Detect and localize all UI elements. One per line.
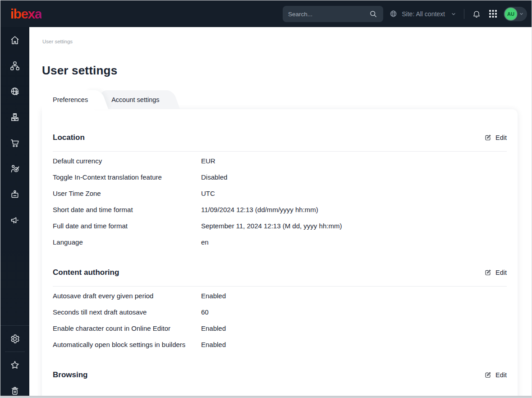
settings-row: Full date and time formatSeptember 11, 2…	[53, 218, 507, 234]
section-title: Content authoring	[53, 268, 119, 278]
settings-row: Autosave draft every given periodEnabled	[53, 288, 507, 304]
tab-label: Account settings	[111, 96, 159, 103]
tab-label: Preferences	[53, 96, 88, 103]
cart-icon	[9, 138, 20, 148]
sidebar-item-people[interactable]	[0, 181, 29, 207]
edit-content-authoring-button[interactable]: Edit	[484, 268, 507, 277]
row-value: September 11, 2024 12:13 (M dd, yyyy hh:…	[201, 222, 342, 231]
page-title: User settings	[42, 63, 532, 78]
row-label: Language	[53, 238, 201, 247]
topbar-right-controls: Site: All context AU	[389, 0, 527, 27]
row-value: UTC	[201, 189, 215, 198]
settings-row: Default currencyEUR	[53, 153, 507, 169]
row-label: Seconds till next draft autosave	[53, 308, 201, 317]
row-label: Enable character count in Online Editor	[53, 324, 201, 333]
edit-label: Edit	[495, 134, 507, 141]
row-value: Enabled	[201, 324, 226, 333]
edit-icon	[484, 134, 492, 142]
section-browsing: Browsing Edit	[53, 370, 507, 380]
main-sidebar	[0, 27, 29, 396]
row-value: Enabled	[201, 340, 226, 349]
sidebar-bottom-group	[0, 325, 29, 396]
products-icon	[9, 112, 20, 123]
avatar: AU	[505, 8, 517, 20]
breadcrumb: User settings	[42, 39, 532, 44]
megaphone-icon	[9, 215, 20, 226]
sidebar-item-bookmarks[interactable]	[0, 352, 29, 378]
chevron-down-icon	[519, 11, 524, 16]
settings-row: Toggle In-Context translation featureDis…	[53, 169, 507, 185]
section-location: Location Edit Default currencyEUR Toggl	[53, 133, 507, 250]
section-title: Location	[53, 133, 85, 143]
tab-bar: Preferences Account settings	[42, 90, 532, 109]
sidebar-item-marketing[interactable]	[0, 207, 29, 233]
edit-browsing-button[interactable]: Edit	[484, 371, 507, 379]
badge-icon	[9, 189, 20, 200]
row-value: Enabled	[201, 292, 226, 301]
sidebar-item-settings[interactable]	[0, 326, 29, 352]
ibexa-logo[interactable]: ibexa	[10, 6, 41, 22]
row-label: Full date and time format	[53, 222, 201, 231]
row-value: en	[201, 238, 209, 247]
row-label: Default currency	[53, 157, 201, 166]
user-menu[interactable]: AU	[504, 7, 527, 21]
tab-preferences[interactable]: Preferences	[42, 90, 92, 109]
main-content: User settings User settings Preferences …	[29, 27, 532, 396]
row-value: 11/09/2024 12:13 (dd/mm/yyyy hh:mm)	[201, 205, 318, 214]
sidebar-item-dashboard[interactable]	[0, 27, 29, 53]
app-window: ibexa Site: All context	[0, 0, 532, 398]
row-label: User Time Zone	[53, 189, 201, 198]
sidebar-item-commerce[interactable]	[0, 130, 29, 156]
edit-icon	[484, 268, 492, 277]
site-context-selector[interactable]: Site: All context	[389, 9, 456, 18]
window-bottom-edge	[0, 396, 532, 398]
bell-icon	[472, 9, 481, 19]
row-label: Short date and time format	[53, 205, 201, 214]
row-value: EUR	[201, 157, 216, 166]
top-bar: ibexa Site: All context	[0, 0, 532, 27]
home-icon	[9, 35, 20, 46]
edit-label: Edit	[495, 269, 507, 276]
row-value: 60	[201, 308, 209, 317]
preferences-panel: Location Edit Default currencyEUR Toggl	[42, 109, 518, 396]
edit-location-button[interactable]: Edit	[484, 134, 507, 142]
section-title: Browsing	[53, 370, 87, 380]
settings-row: Seconds till next draft autosave60	[53, 304, 507, 320]
globe-icon	[389, 9, 398, 18]
grid-icon	[489, 10, 497, 18]
edit-label: Edit	[495, 371, 507, 379]
sidebar-item-trash[interactable]	[0, 378, 29, 396]
search-input[interactable]	[288, 11, 369, 18]
site-context-label: Site: All context	[402, 10, 445, 18]
row-label: Toggle In-Context translation feature	[53, 173, 201, 182]
section-content-authoring: Content authoring Edit Autosave draft ev…	[53, 268, 507, 353]
search-icon[interactable]	[369, 9, 378, 19]
sidebar-item-content[interactable]	[0, 53, 29, 79]
global-search[interactable]	[283, 6, 383, 22]
row-label: Automatically open block settings in bui…	[53, 340, 201, 349]
chevron-down-icon	[451, 11, 456, 17]
gear-icon	[9, 333, 20, 344]
tab-account-settings[interactable]: Account settings	[101, 90, 164, 109]
star-icon	[9, 360, 20, 370]
sidebar-item-personalization[interactable]	[0, 156, 29, 181]
settings-row: Short date and time format11/09/2024 12:…	[53, 202, 507, 218]
personalization-icon	[9, 163, 20, 174]
content-structure-icon	[9, 60, 20, 71]
settings-row: Languageen	[53, 234, 507, 250]
row-label: Autosave draft every given period	[53, 292, 201, 301]
settings-row: Enable character count in Online EditorE…	[53, 320, 507, 337]
sidebar-item-products[interactable]	[0, 104, 29, 130]
app-switcher-button[interactable]	[489, 10, 497, 18]
sidebar-item-site[interactable]	[0, 79, 29, 104]
row-value: Disabled	[201, 173, 227, 182]
edit-icon	[484, 371, 492, 379]
notifications-button[interactable]	[472, 9, 481, 19]
site-icon	[9, 86, 20, 97]
settings-row: Automatically open block settings in bui…	[53, 337, 507, 353]
trash-icon	[9, 385, 20, 396]
settings-row: User Time ZoneUTC	[53, 185, 507, 202]
topbar-divider	[464, 9, 464, 19]
